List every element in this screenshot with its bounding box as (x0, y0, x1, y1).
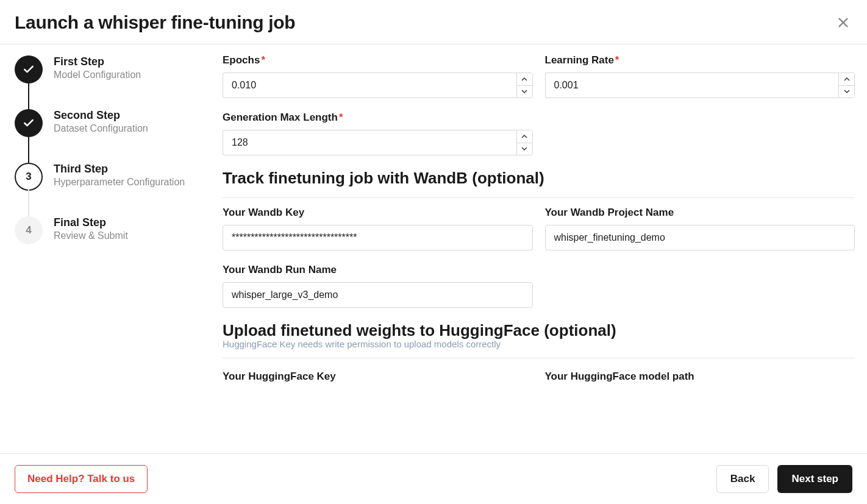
wandb-project-label: Your Wandb Project Name (545, 207, 855, 219)
chevron-down-icon (521, 146, 527, 152)
step-2-sub: Dataset Configuration (54, 123, 148, 134)
next-button[interactable]: Next step (777, 465, 852, 493)
modal: Launch a whisper fine-tuning job First S… (0, 0, 867, 504)
step-1[interactable]: First Step Model Configuration (15, 55, 196, 109)
hf-section-note: HuggingFace Key needs write permission t… (223, 339, 855, 349)
step-2-indicator (15, 109, 43, 137)
chevron-up-icon (521, 133, 527, 140)
wandb-project-input[interactable] (545, 225, 855, 250)
hf-path-label: Your HuggingFace model path (545, 371, 855, 383)
hf-section-title: Upload finetuned weights to HuggingFace … (223, 321, 855, 340)
chevron-down-icon (521, 88, 527, 94)
lr-stepper (838, 73, 855, 98)
gen-max-len-step-up[interactable] (517, 130, 532, 143)
modal-header: Launch a whisper fine-tuning job (0, 0, 867, 44)
gen-max-len-stepper (516, 130, 533, 155)
step-1-sub: Model Configuration (54, 69, 141, 80)
chevron-up-icon (521, 76, 527, 82)
step-1-indicator (15, 55, 43, 83)
check-icon (23, 63, 35, 76)
epochs-stepper (516, 73, 533, 98)
epochs-step-down[interactable] (517, 86, 532, 98)
step-4[interactable]: 4 Final Step Review & Submit (15, 216, 196, 244)
wandb-run-input[interactable] (223, 282, 533, 308)
check-icon (23, 117, 35, 129)
wandb-key-label: Your Wandb Key (223, 207, 533, 219)
wandb-run-label: Your Wandb Run Name (223, 264, 533, 276)
stepper-sidebar: First Step Model Configuration Second St… (0, 44, 210, 453)
lr-step-down[interactable] (839, 86, 854, 98)
gen-max-len-label: Generation Max Length* (223, 112, 533, 124)
lr-input[interactable] (545, 73, 839, 98)
form-content[interactable]: Epochs* Learning Rate* (210, 44, 867, 453)
chevron-down-icon (844, 88, 850, 94)
step-3-sub: Hyperparameter Configuration (54, 177, 185, 188)
close-icon (837, 16, 850, 29)
modal-title: Launch a whisper fine-tuning job (15, 12, 295, 33)
back-button[interactable]: Back (716, 465, 769, 493)
epochs-label: Epochs* (223, 54, 533, 66)
epochs-input[interactable] (223, 73, 516, 98)
close-button[interactable] (834, 13, 852, 32)
step-1-title: First Step (54, 55, 141, 68)
modal-footer: Need Help? Talk to us Back Next step (0, 453, 867, 504)
lr-label: Learning Rate* (545, 54, 855, 66)
step-3-title: Third Step (54, 163, 185, 176)
step-3[interactable]: 3 Third Step Hyperparameter Configuratio… (15, 163, 196, 216)
wandb-key-input[interactable] (223, 225, 533, 250)
chevron-up-icon (844, 76, 850, 82)
gen-max-len-input[interactable] (223, 130, 516, 155)
step-2[interactable]: Second Step Dataset Configuration (15, 109, 196, 163)
epochs-step-up[interactable] (517, 73, 532, 86)
help-button[interactable]: Need Help? Talk to us (15, 465, 148, 493)
step-4-indicator: 4 (15, 216, 43, 244)
gen-max-len-step-down[interactable] (517, 143, 532, 155)
step-3-indicator: 3 (15, 163, 43, 191)
lr-step-up[interactable] (839, 73, 854, 86)
wandb-section-title: Track finetuning job with WandB (optiona… (223, 169, 855, 198)
hf-key-label: Your HuggingFace Key (223, 371, 533, 383)
step-4-title: Final Step (54, 216, 128, 229)
step-2-title: Second Step (54, 109, 148, 122)
step-4-sub: Review & Submit (54, 230, 128, 241)
